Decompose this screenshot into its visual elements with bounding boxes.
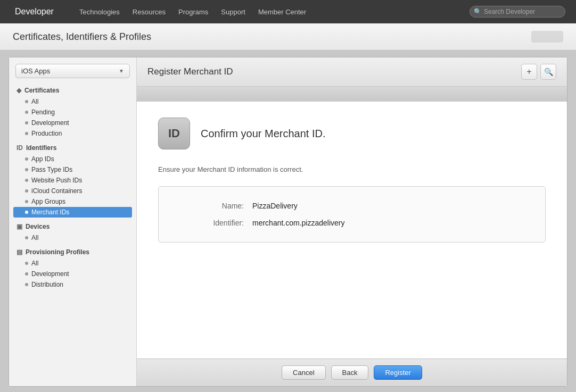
merchant-id-icon: ID: [158, 118, 190, 149]
device-icon: ▣: [17, 223, 22, 230]
provisioning-header: ▤ Provisioning Profiles: [9, 246, 136, 258]
nav-links: Technologies Resources Programs Support …: [79, 8, 306, 16]
sidebar-item-development-cert[interactable]: Development: [9, 118, 136, 128]
certificates-section: ◆ Certificates All Pending Development P…: [9, 85, 136, 139]
merchant-info-box: Name: PizzaDelivery Identifier: merchant…: [158, 186, 546, 243]
identifiers-header: ID Identifiers: [9, 142, 136, 154]
dot-icon: [25, 179, 28, 182]
devices-section: ▣ Devices All: [9, 221, 136, 243]
dot-icon: [25, 211, 28, 214]
nav-member-center[interactable]: Member Center: [258, 8, 306, 16]
dot-icon: [25, 189, 28, 193]
identifiers-section: ID Identifiers App IDs Pass Type IDs Web…: [9, 142, 136, 218]
dropdown-label: iOS Apps: [21, 67, 50, 75]
search-input[interactable]: [470, 6, 565, 18]
brand-name: Developer: [15, 7, 54, 16]
sidebar-item-prov-development[interactable]: Development: [9, 269, 136, 279]
nav-resources[interactable]: Resources: [133, 8, 166, 16]
sidebar-item-distribution[interactable]: Distribution: [9, 279, 136, 290]
sidebar-item-prov-all[interactable]: All: [9, 258, 136, 269]
name-value: PizzaDelivery: [252, 202, 298, 210]
dot-icon: [25, 200, 28, 203]
identifier-value: merchant.com.pizzadelivery: [252, 219, 345, 227]
dot-icon: [25, 236, 28, 239]
confirm-description: Ensure your Merchant ID information is c…: [158, 165, 546, 173]
content-area: Register Merchant ID + 🔍 ID Confirm your…: [137, 57, 567, 386]
dot-icon: [25, 272, 28, 276]
devices-header: ▣ Devices: [9, 221, 136, 232]
page-header: Certificates, Identifiers & Profiles: [0, 23, 576, 51]
confirm-title: Confirm your Merchant ID.: [201, 128, 326, 140]
main-container: iOS Apps ▼ ◆ Certificates All Pending De…: [9, 57, 567, 387]
sidebar-item-pending[interactable]: Pending: [9, 107, 136, 118]
dot-icon: [25, 132, 28, 135]
ios-apps-dropdown[interactable]: iOS Apps ▼: [15, 64, 130, 78]
dot-icon: [25, 262, 28, 265]
confirm-header: ID Confirm your Merchant ID.: [158, 118, 546, 149]
dot-icon: [25, 157, 28, 161]
add-button[interactable]: +: [521, 64, 537, 80]
devices-label: Devices: [26, 223, 50, 230]
brand-logo: Developer: [11, 7, 54, 16]
sidebar-item-app-ids[interactable]: App IDs: [9, 154, 136, 164]
certificates-header: ◆ Certificates: [9, 85, 136, 96]
content-header: Register Merchant ID + 🔍: [137, 57, 567, 87]
search-wrapper: 🔍: [470, 6, 565, 18]
provisioning-label: Provisioning Profiles: [26, 248, 89, 256]
user-avatar: [531, 31, 563, 43]
identifier-icon: ID: [17, 144, 23, 152]
provisioning-section: ▤ Provisioning Profiles All Development …: [9, 246, 136, 290]
sidebar-item-icloud-containers[interactable]: iCloud Containers: [9, 186, 136, 196]
content-title: Register Merchant ID: [147, 66, 233, 77]
sidebar-item-pass-type-ids[interactable]: Pass Type IDs: [9, 164, 136, 175]
register-button[interactable]: Register: [374, 365, 422, 380]
content-footer: Cancel Back Register: [137, 358, 567, 386]
identifiers-label: Identifiers: [26, 144, 56, 152]
back-button[interactable]: Back: [331, 365, 369, 380]
name-label: Name:: [180, 202, 244, 210]
top-navigation: Developer Technologies Resources Program…: [0, 0, 576, 23]
sidebar-item-all-certs[interactable]: All: [9, 96, 136, 107]
sidebar-item-production-cert[interactable]: Production: [9, 128, 136, 139]
certificate-icon: ◆: [17, 87, 21, 94]
dot-icon: [25, 168, 28, 171]
info-row-name: Name: PizzaDelivery: [180, 197, 524, 214]
provisioning-icon: ▤: [17, 248, 22, 256]
sidebar: iOS Apps ▼ ◆ Certificates All Pending De…: [9, 57, 137, 386]
certificates-label: Certificates: [24, 87, 59, 94]
search-button[interactable]: 🔍: [540, 64, 556, 80]
sidebar-item-website-push-ids[interactable]: Website Push IDs: [9, 175, 136, 186]
progress-bar-area: [137, 87, 567, 102]
header-actions: + 🔍: [521, 64, 556, 80]
sidebar-item-merchant-ids[interactable]: Merchant IDs: [13, 207, 132, 218]
dot-icon: [25, 121, 28, 124]
search-icon: 🔍: [474, 8, 482, 15]
content-body: ID Confirm your Merchant ID. Ensure your…: [137, 102, 567, 358]
cancel-button[interactable]: Cancel: [282, 365, 325, 380]
nav-programs[interactable]: Programs: [178, 8, 208, 16]
dot-icon: [25, 111, 28, 114]
info-row-identifier: Identifier: merchant.com.pizzadelivery: [180, 214, 524, 231]
identifier-label: Identifier:: [180, 219, 244, 227]
sidebar-item-app-groups[interactable]: App Groups: [9, 196, 136, 207]
dot-icon: [25, 100, 28, 103]
dot-icon: [25, 283, 28, 286]
nav-support[interactable]: Support: [221, 8, 245, 16]
sidebar-item-all-devices[interactable]: All: [9, 232, 136, 243]
chevron-down-icon: ▼: [119, 68, 124, 74]
page-title: Certificates, Identifiers & Profiles: [13, 31, 151, 43]
nav-technologies[interactable]: Technologies: [79, 8, 120, 16]
